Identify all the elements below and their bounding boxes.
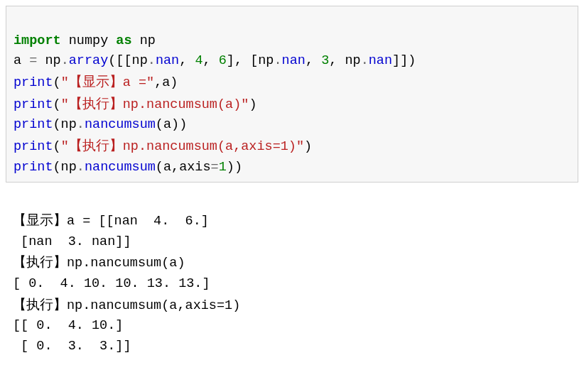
code-line-3: print("【显示】a =",a) [13, 75, 178, 90]
cjk-exec: 【执行】 [13, 255, 67, 269]
code-line-1: import numpy as np [13, 33, 156, 48]
var-a: a [13, 53, 29, 68]
out-text: a = [[nan 4. 6.] [67, 214, 209, 229]
code-block: import numpy as np a = np.array([[np.nan… [6, 6, 578, 183]
cjk-exec: 【执行】 [69, 138, 123, 153]
quote: " [61, 75, 69, 90]
rest: ,a) [154, 75, 178, 90]
paren: ( [53, 75, 61, 90]
output-line-5: 【执行】np.nancumsum(a,axis=1) [13, 298, 240, 313]
comma: , [203, 53, 219, 68]
dot: . [361, 53, 369, 68]
alias-np: np [140, 33, 156, 48]
dot: . [148, 53, 156, 68]
cjk-display: 【显示】 [69, 75, 123, 89]
cjk-exec: 【执行】 [69, 97, 123, 111]
num-3: 3 [321, 53, 329, 68]
comma: , [179, 53, 195, 68]
num-6: 6 [219, 53, 227, 68]
num-4: 4 [195, 53, 202, 68]
str-text: np.nancumsum(a,axis=1) [123, 139, 296, 154]
output-line-3: 【执行】np.nancumsum(a) [13, 256, 185, 271]
fn-print: print [13, 139, 53, 154]
comma: , [305, 53, 321, 68]
fn-array: array [69, 53, 109, 68]
rest: (a)) [156, 117, 187, 132]
output-block: 【显示】a = [[nan 4. 6.] [nan 3. nan]] 【执行】n… [6, 190, 578, 356]
fn-print: print [13, 117, 53, 132]
code-line-6: print("【执行】np.nancumsum(a,axis=1)") [13, 139, 312, 154]
code-line-2: a = np.array([[np.nan, 4, 6], [np.nan, 3… [13, 53, 416, 68]
fn-nancumsum: nancumsum [85, 160, 156, 175]
quote: " [61, 97, 69, 112]
quote: " [296, 139, 304, 154]
dot: . [77, 160, 85, 175]
mid: (a,axis [156, 160, 211, 175]
str-text: a = [123, 75, 146, 90]
open: (np [53, 160, 77, 175]
paren: ( [53, 139, 61, 154]
cjk-exec: 【执行】 [13, 298, 67, 312]
fn-print: print [13, 160, 53, 175]
np-prefix: np [37, 53, 60, 68]
paren: ( [53, 97, 61, 112]
comma: , np [329, 53, 360, 68]
quote: " [61, 139, 69, 154]
dot: . [274, 53, 281, 68]
out-text: np.nancumsum(a) [67, 256, 185, 271]
code-line-5: print(np.nancumsum(a)) [13, 117, 187, 132]
close: )) [227, 160, 242, 175]
attr-nan: nan [282, 53, 305, 68]
fn-nancumsum: nancumsum [85, 117, 156, 132]
mod-numpy: numpy [69, 33, 109, 48]
fn-print: print [13, 75, 53, 90]
code-line-7: print(np.nancumsum(a,axis=1)) [13, 160, 242, 175]
eq-op: = [29, 53, 37, 68]
output-line-4: [ 0. 4. 10. 10. 13. 13.] [13, 276, 210, 291]
eq-op: = [211, 160, 219, 175]
paren: ) [249, 97, 256, 112]
attr-nan: nan [369, 53, 392, 68]
kw-import: import [13, 33, 61, 48]
paren-open: ([[np [108, 53, 148, 68]
open: (np [53, 117, 77, 132]
code-line-4: print("【执行】np.nancumsum(a)") [13, 97, 256, 112]
kw-as: as [116, 33, 131, 48]
mid: ], [np [227, 53, 274, 68]
out-text: np.nancumsum(a,axis=1) [67, 298, 240, 313]
str-text: np.nancumsum(a) [123, 97, 242, 112]
close: ]]) [392, 53, 416, 68]
output-line-7: [ 0. 3. 3.]] [13, 339, 131, 354]
num-1: 1 [219, 160, 227, 175]
cjk-display: 【显示】 [13, 213, 67, 227]
fn-print: print [13, 97, 53, 112]
attr-nan: nan [156, 53, 179, 68]
dot: . [61, 53, 69, 68]
quote: " [146, 75, 154, 90]
output-line-1: 【显示】a = [[nan 4. 6.] [13, 214, 209, 229]
output-line-2: [nan 3. nan]] [13, 234, 131, 249]
dot: . [77, 117, 85, 132]
quote: " [241, 97, 249, 112]
paren: ) [304, 139, 312, 154]
output-line-6: [[ 0. 4. 10.] [13, 318, 123, 333]
